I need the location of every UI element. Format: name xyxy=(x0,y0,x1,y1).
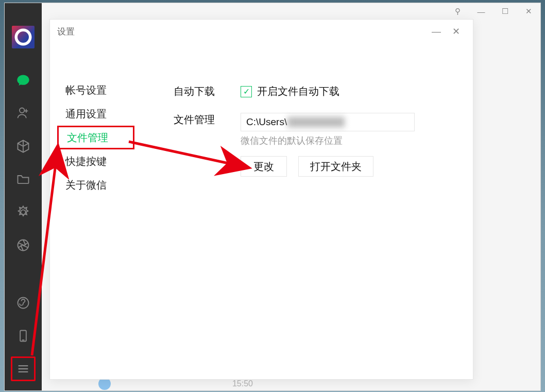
row-file-manage: 文件管理 C:\Users\ 微信文件的默认保存位置 更改 打开文件夹 xyxy=(174,113,457,177)
chat-bubble-icon xyxy=(16,73,30,88)
sidebar-chat[interactable] xyxy=(11,68,36,93)
change-button[interactable]: 更改 xyxy=(241,156,287,177)
close-button[interactable]: ✕ xyxy=(517,3,540,20)
sidebar-camera[interactable] xyxy=(11,233,36,258)
sidebar-miniprogram[interactable] xyxy=(11,291,36,315)
sidebar-files[interactable] xyxy=(11,167,36,192)
file-button-row: 更改 打开文件夹 xyxy=(241,156,457,177)
avatar[interactable] xyxy=(12,26,35,48)
gear-flower-icon xyxy=(16,205,30,219)
settings-minimize-button[interactable]: — xyxy=(427,24,446,39)
label-auto-download: 自动下载 xyxy=(174,84,241,98)
settings-nav: 帐号设置 通用设置 文件管理 快捷按键 关于微信 xyxy=(50,43,132,379)
file-path-hint: 微信文件的默认保存位置 xyxy=(241,134,457,147)
sidebar-menu[interactable] xyxy=(11,356,36,381)
nav-shortcuts[interactable]: 快捷按键 xyxy=(61,149,132,173)
row-auto-download: 自动下载 ✓ 开启文件自动下载 xyxy=(174,84,457,98)
phone-icon xyxy=(16,329,30,343)
sidebar-moments[interactable] xyxy=(11,200,36,225)
contacts-icon xyxy=(16,106,30,121)
cube-icon xyxy=(16,139,30,154)
settings-close-button[interactable]: ✕ xyxy=(446,24,466,39)
mini-program-icon xyxy=(16,296,30,310)
avatar-logo-icon xyxy=(12,26,35,48)
titlebar-controls: ⚲ — ☐ ✕ xyxy=(446,3,540,20)
auto-download-checkbox-label: 开启文件自动下载 xyxy=(257,84,339,98)
sidebar-favorites[interactable] xyxy=(11,134,36,159)
nav-about[interactable]: 关于微信 xyxy=(61,173,132,197)
auto-download-checkbox-wrap[interactable]: ✓ 开启文件自动下载 xyxy=(241,84,457,98)
settings-title: 设置 xyxy=(57,26,427,38)
maximize-button[interactable]: ☐ xyxy=(493,3,517,20)
settings-header: 设置 — ✕ xyxy=(50,20,473,43)
nav-account[interactable]: 帐号设置 xyxy=(61,78,132,102)
folder-icon xyxy=(16,172,30,186)
nav-files[interactable]: 文件管理 xyxy=(57,126,134,149)
minimize-button[interactable]: — xyxy=(469,3,493,20)
file-path-prefix: C:\Users\ xyxy=(246,116,287,128)
open-folder-button[interactable]: 打开文件夹 xyxy=(298,156,373,177)
chat-time: 15:50 xyxy=(232,379,253,388)
nav-general[interactable]: 通用设置 xyxy=(61,102,132,126)
sidebar xyxy=(5,3,42,390)
label-file-manage: 文件管理 xyxy=(174,113,241,127)
file-path-input[interactable]: C:\Users\ xyxy=(241,113,415,131)
pin-button[interactable]: ⚲ xyxy=(446,3,469,20)
checkbox-icon: ✓ xyxy=(241,86,252,97)
settings-dialog: 设置 — ✕ 帐号设置 通用设置 文件管理 快捷按键 关于微信 自动下载 ✓ 开… xyxy=(49,19,473,380)
file-path-redacted xyxy=(288,117,345,127)
sidebar-phone[interactable] xyxy=(11,323,36,348)
hamburger-icon xyxy=(16,362,30,376)
sidebar-contacts[interactable] xyxy=(11,101,36,126)
settings-body: 帐号设置 通用设置 文件管理 快捷按键 关于微信 自动下载 ✓ 开启文件自动下载… xyxy=(50,43,473,379)
chat-name xyxy=(116,379,118,388)
settings-content: 自动下载 ✓ 开启文件自动下载 文件管理 C:\Users\ 微信文件的默认保存… xyxy=(132,43,473,379)
aperture-icon xyxy=(16,238,30,252)
